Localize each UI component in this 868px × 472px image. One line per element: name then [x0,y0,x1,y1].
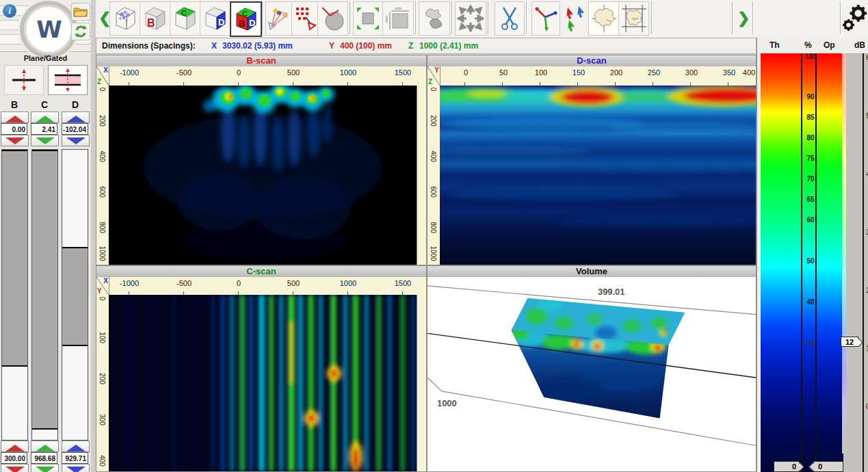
bscan-x-tick: 1500 [382,68,423,77]
c-scan-view-button[interactable]: C [170,1,200,36]
bscan-z-tick: 400 [98,146,106,167]
dscan-y-tick: 0 [445,68,486,77]
c-top-up-button[interactable] [31,112,59,123]
colorbar-header: Th % Op dB [757,38,868,54]
b-top-spinner: 0.00 [1,112,29,146]
db-cursor-badge[interactable]: 12 [841,337,858,347]
logo-area: i W [0,0,91,52]
cut-tool-button[interactable] [495,1,525,36]
c-bottom-value[interactable]: 968.68 [31,452,57,464]
cscan-image[interactable] [109,295,417,471]
volume-view[interactable]: 399.01 1000 [428,277,756,471]
d-bottom-spinner: 929.71 [62,441,90,472]
multi-cursor-button[interactable] [560,1,589,36]
b-range-slider[interactable] [1,149,28,441]
projection-points-button[interactable] [265,1,292,36]
specimen-align-button[interactable] [588,1,619,36]
cscan-x-tick: -500 [163,279,205,287]
bscan-title: B-scan [96,55,426,67]
toolbar-separator [752,1,753,34]
d-scan-view-button[interactable]: D [200,1,231,36]
axes-3d-icon [534,5,558,32]
threshold-column-header: Th [770,40,780,50]
bscan-image[interactable] [109,86,417,265]
c-top-down-button[interactable] [31,135,59,146]
b-top-up-button[interactable] [1,112,29,123]
dscan-image[interactable] [440,86,756,265]
pan-move-button[interactable] [455,1,486,36]
bscan-x-tick: 1000 [328,68,369,77]
toolbar-separator [262,1,263,34]
down-arrow-icon [5,137,25,144]
b-bottom-value[interactable]: 300.00 [1,452,27,464]
dscan-y-tick: 300 [671,68,712,77]
toolbar-expand-right-button[interactable]: ❯ [737,7,750,30]
dscan-h-ruler: Y Z 0 50 100 150 200 250 300 350 400 [428,66,756,86]
bscan-h-axis-label: X [103,66,108,74]
dscan-h-axis-label: Y [434,66,439,74]
bscan-z-tick: 600 [98,182,106,202]
specimen-grid-button[interactable]: uLd [618,1,649,36]
axes-tool-button[interactable] [531,1,560,36]
bscan-z-tick: 800 [98,218,106,238]
gears-icon [842,3,868,34]
up-arrow-icon [5,445,25,451]
d-bottom-up-button[interactable] [62,441,90,452]
x-dimension-value: 3030.02 (5.93) mm [222,41,293,51]
svg-text:uLd: uLd [632,16,638,21]
point-grid-projection-button[interactable] [291,1,318,36]
info-icon[interactable]: i [3,4,16,18]
b-scan-view-button[interactable]: B [140,1,170,36]
fit-to-view-button[interactable] [353,1,383,36]
opacity-cursor[interactable]: 0 [813,461,843,472]
svg-text:C: C [181,9,187,17]
d-bottom-value[interactable]: 929.71 [62,452,88,464]
b-bottom-down-button[interactable] [1,464,29,472]
d-top-up-button[interactable] [62,112,90,123]
bscan-x-tick: 500 [273,68,314,77]
cscan-panel: C-scan X Y -1000 -500 0 500 1000 1500 0 … [96,265,427,472]
b-top-down-button[interactable] [1,135,29,146]
plane-mode-button[interactable] [4,65,44,95]
c-range-slider[interactable] [31,149,58,441]
app-logo: W [20,1,77,58]
bscan-x-tick: -500 [163,68,205,77]
region-tool-button[interactable] [419,1,450,36]
z-dimension-axis: Z [408,41,413,51]
eight-arrows-icon [457,5,484,32]
open-file-button[interactable] [71,3,90,21]
bcd-combined-view-button[interactable]: C B D [230,1,262,37]
threshold-cursor[interactable]: 0 [774,461,800,472]
gated-mode-button[interactable] [48,65,88,95]
sphere-tool-button[interactable] [317,1,348,36]
cscan-x-tick: 500 [273,279,314,287]
bscan-right-strip [417,86,426,265]
c-range-thumb[interactable] [32,150,57,430]
d-top-value[interactable]: -102.04 [62,123,88,135]
c-top-value[interactable]: 2.41 [31,123,57,135]
dimensions-bar: Dimensions (Spacings): X 3030.02 (5.93) … [96,38,757,54]
column-label-c: C [31,99,58,110]
measure-scale-button[interactable]: mm mm [382,1,414,36]
cscan-x-tick: -1000 [109,279,150,287]
d-range-thumb[interactable] [62,247,88,346]
c-bottom-up-button[interactable] [31,441,59,452]
b-top-value[interactable]: 0.00 [1,123,27,135]
up-arrow-icon [5,116,25,122]
volume-scatter-view-button[interactable] [109,1,140,36]
d-top-down-button[interactable] [62,135,90,146]
cscan-x-tick: 0 [218,279,259,287]
c-bottom-down-button[interactable] [31,464,59,472]
dscan-y-tick: 150 [558,68,599,77]
logo-letter: W [36,16,61,43]
percent-tick: 90 [802,93,819,101]
b-range-thumb[interactable] [2,150,27,367]
svg-text:B: B [239,18,245,29]
refresh-button[interactable] [71,23,90,40]
b-bottom-up-button[interactable] [1,441,29,452]
plane-mode-icon [8,68,40,92]
toolbar-separator [526,1,527,34]
d-range-slider[interactable] [62,149,88,441]
settings-button[interactable] [841,1,868,36]
d-bottom-down-button[interactable] [62,464,90,472]
